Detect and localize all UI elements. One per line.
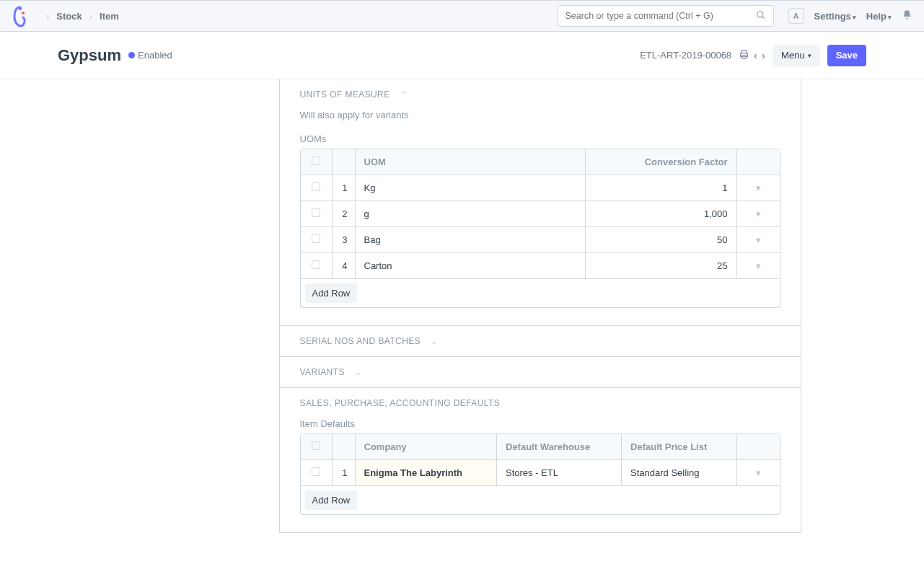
search-box[interactable]	[558, 5, 774, 27]
row-checkbox[interactable]	[312, 234, 320, 243]
add-row-button[interactable]: Add Row	[305, 283, 358, 303]
table-row[interactable]: 4Carton25▾	[301, 253, 780, 278]
section-header-defaults[interactable]: SALES, PURCHASE, ACCOUNTING DEFAULTS	[280, 388, 801, 418]
row-menu-icon[interactable]: ▾	[736, 253, 780, 278]
save-button[interactable]: Save	[827, 45, 866, 66]
search-input[interactable]	[566, 11, 756, 21]
row-menu-icon[interactable]: ▾	[736, 460, 780, 485]
col-conversion-factor: Conversion Factor	[585, 149, 736, 175]
row-checkbox[interactable]	[312, 182, 320, 191]
cell-conversion-factor[interactable]: 1,000	[585, 201, 736, 227]
page-title: Gypsum	[58, 46, 121, 65]
row-checkbox[interactable]	[312, 260, 320, 269]
table-row[interactable]: 2g1,000▾	[301, 201, 780, 227]
section-variants: VARIANTS ⌄	[280, 357, 801, 388]
row-index: 4	[333, 253, 356, 278]
add-row-button[interactable]: Add Row	[305, 490, 358, 510]
svg-point-2	[757, 11, 762, 17]
row-index: 1	[333, 175, 356, 201]
table-row[interactable]: 3Bag50▾	[301, 227, 780, 253]
uom-field-label: UOMs	[300, 133, 780, 144]
chevron-right-icon: ›	[46, 11, 49, 22]
chevron-down-icon: ▾	[853, 14, 856, 21]
page-header: Gypsum Enabled ETL-ART-2019-00068 ‹ › Me…	[0, 32, 924, 79]
breadcrumb-stock[interactable]: Stock	[56, 11, 82, 22]
topbar: › Stock › Item A Settings▾ Help▾	[0, 0, 924, 32]
app-logo	[12, 4, 29, 27]
help-link[interactable]: Help▾	[866, 11, 892, 22]
row-checkbox[interactable]	[312, 208, 320, 217]
chevron-down-icon: ▾	[888, 14, 892, 21]
col-uom: UOM	[356, 149, 585, 175]
document-id: ETL-ART-2019-00068	[640, 50, 731, 61]
row-menu-icon[interactable]: ▾	[736, 175, 780, 201]
top-right: A Settings▾ Help▾	[788, 8, 912, 24]
select-all-checkbox[interactable]	[312, 157, 320, 165]
row-checkbox[interactable]	[312, 467, 320, 476]
breadcrumb: › Stock › Item	[46, 11, 119, 22]
cell-uom[interactable]: g	[356, 201, 585, 227]
section-header-uom[interactable]: UNITS OF MEASURE ⌃	[280, 79, 801, 110]
section-header-serial[interactable]: SERIAL NOS AND BATCHES ⌄	[280, 326, 801, 356]
print-icon[interactable]	[739, 49, 749, 62]
table-row[interactable]: 1Kg1▾	[301, 175, 780, 201]
section-defaults: SALES, PURCHASE, ACCOUNTING DEFAULTS Ite…	[280, 388, 801, 532]
cell-company[interactable]: Enigma The Labyrinth	[356, 460, 498, 485]
breadcrumb-item[interactable]: Item	[100, 11, 119, 22]
defaults-field-label: Item Defaults	[300, 418, 780, 429]
cell-uom[interactable]: Carton	[356, 253, 585, 278]
row-index: 3	[333, 227, 356, 253]
menu-button[interactable]: Menu▾	[773, 45, 820, 66]
select-all-checkbox[interactable]	[312, 441, 320, 450]
cell-default-price-list[interactable]: Standard Selling	[622, 460, 736, 485]
section-units-of-measure: UNITS OF MEASURE ⌃ Will also apply for v…	[280, 79, 801, 326]
avatar[interactable]: A	[788, 8, 804, 24]
uom-table: UOM Conversion Factor 1Kg1▾2g1,000▾3Bag5…	[300, 149, 780, 279]
row-menu-icon[interactable]: ▾	[736, 227, 780, 253]
row-index: 2	[333, 201, 356, 227]
section-header-variants[interactable]: VARIANTS ⌄	[280, 357, 801, 387]
cell-conversion-factor[interactable]: 1	[585, 175, 736, 201]
next-icon[interactable]: ›	[762, 49, 765, 62]
cell-uom[interactable]: Bag	[356, 227, 585, 253]
section-serial-batches: SERIAL NOS AND BATCHES ⌄	[280, 326, 801, 357]
cell-conversion-factor[interactable]: 50	[585, 227, 736, 253]
cell-default-warehouse[interactable]: Stores - ETL	[497, 460, 622, 485]
status-text: Enabled	[138, 50, 172, 61]
uom-hint: Will also apply for variants	[300, 110, 780, 120]
settings-link[interactable]: Settings▾	[814, 11, 856, 22]
col-company: Company	[356, 434, 498, 460]
table-row[interactable]: 1Enigma The LabyrinthStores - ETLStandar…	[301, 460, 780, 485]
chevron-down-icon: ⌄	[431, 337, 437, 346]
chevron-right-icon: ›	[89, 11, 92, 22]
status-indicator	[128, 52, 135, 58]
search-icon	[756, 10, 766, 22]
bell-icon[interactable]	[902, 9, 912, 22]
defaults-table: Company Default Warehouse Default Price …	[300, 433, 780, 486]
svg-point-1	[22, 12, 25, 14]
cell-uom[interactable]: Kg	[356, 175, 585, 201]
cell-conversion-factor[interactable]: 25	[585, 253, 736, 278]
chevron-down-icon: ⌄	[355, 368, 361, 377]
prev-icon[interactable]: ‹	[754, 49, 757, 62]
svg-line-3	[762, 16, 764, 18]
chevron-down-icon: ▾	[808, 52, 811, 59]
col-default-warehouse: Default Warehouse	[497, 434, 622, 460]
chevron-up-icon: ⌃	[400, 90, 407, 100]
row-index: 1	[333, 460, 356, 485]
col-default-price-list: Default Price List	[622, 434, 736, 460]
row-menu-icon[interactable]: ▾	[736, 201, 780, 227]
